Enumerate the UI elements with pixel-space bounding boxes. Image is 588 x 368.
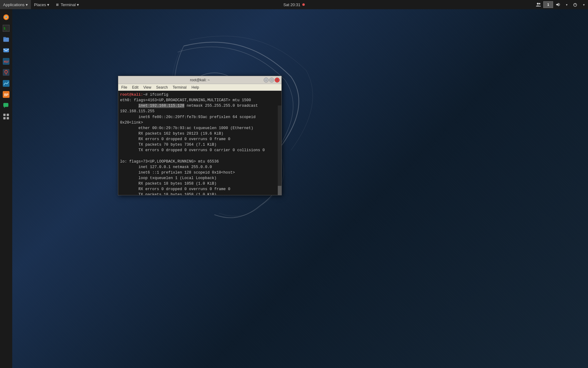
sidebar-icon-wireshark[interactable] xyxy=(1,79,11,88)
terminal-icon-small: 🖥 xyxy=(55,3,59,6)
terminal-body[interactable]: root@kali:~# ifconfig eth0: flags=4163<U… xyxy=(118,91,281,195)
applications-menu[interactable]: Applications ▾ xyxy=(0,0,31,9)
close-button[interactable]: ✕ xyxy=(275,78,280,82)
terminal-line: ether 00:0c:29:7b:93:ac txqueuelen 1000 … xyxy=(120,125,280,131)
top-panel: Applications ▾ Places ▾ 🖥 Terminal ▾ Sat… xyxy=(0,0,588,9)
svg-text:MSF: MSF xyxy=(4,60,9,63)
terminal-label: Terminal xyxy=(61,2,76,7)
terminal-line: inet 192.168.115.128 netmask 255.255.255… xyxy=(120,103,280,114)
window-controls: – □ ✕ xyxy=(264,78,280,82)
menu-view[interactable]: View xyxy=(141,84,153,91)
applications-arrow: ▾ xyxy=(26,2,28,7)
sidebar-icon-burp[interactable]: BP xyxy=(1,90,11,99)
clock-dot xyxy=(302,3,305,6)
power-chevron: ▾ xyxy=(583,3,585,6)
terminal-scrollbar[interactable] xyxy=(278,105,281,195)
terminal-line: root@kali:~# ifconfig xyxy=(120,92,280,98)
terminal-line: inet 127.0.0.1 netmask 255.0.0.0 xyxy=(120,164,280,170)
terminal-line xyxy=(120,153,280,159)
panel-center-clock: Sat 20:31 xyxy=(283,2,305,7)
sidebar-icon-apps[interactable] xyxy=(1,112,11,121)
svg-point-1 xyxy=(539,3,541,5)
terminal-line: eth0: flags=4163<UP,BROADCAST,RUNNING,MU… xyxy=(120,98,280,103)
scrollbar-thumb[interactable] xyxy=(278,186,281,195)
terminal-window: root@kali: ~ – □ ✕ File Edit View Search… xyxy=(118,76,282,195)
menu-search[interactable]: Search xyxy=(154,84,170,91)
sidebar-icon-firefox[interactable] xyxy=(1,12,11,22)
volume-arrow[interactable]: ▾ xyxy=(562,0,571,9)
sidebar-icon-files[interactable] xyxy=(1,34,11,44)
terminal-line: inet6 ::1 prefixlen 128 scopeid 0x10<hos… xyxy=(120,170,280,175)
datetime-text: Sat 20:31 xyxy=(283,2,300,7)
svg-rect-11 xyxy=(3,48,9,52)
svg-rect-10 xyxy=(3,37,6,39)
svg-rect-21 xyxy=(3,103,9,107)
sidebar-icon-armitage[interactable] xyxy=(1,67,11,77)
svg-rect-26 xyxy=(7,117,9,119)
panel-left: Applications ▾ Places ▾ 🖥 Terminal ▾ xyxy=(0,0,82,9)
places-label: Places xyxy=(34,2,46,7)
svg-point-6 xyxy=(5,16,7,18)
terminal-line: TX errors 0 dropped 0 overruns 0 carrier… xyxy=(120,148,280,153)
maximize-button[interactable]: □ xyxy=(269,78,274,82)
power-tray-icon[interactable] xyxy=(571,0,579,9)
terminal-menubar: File Edit View Search Terminal Help xyxy=(118,84,281,91)
sidebar-icon-metasploit[interactable]: MSF xyxy=(1,56,11,66)
svg-text:$_: $_ xyxy=(4,27,8,30)
menu-terminal[interactable]: Terminal xyxy=(171,84,188,91)
menu-edit[interactable]: Edit xyxy=(130,84,140,91)
workspace-number: 1 xyxy=(547,3,549,6)
power-arrow[interactable]: ▾ xyxy=(579,0,588,9)
menu-help[interactable]: Help xyxy=(190,84,201,91)
desktop xyxy=(0,0,588,368)
places-menu[interactable]: Places ▾ xyxy=(31,0,52,9)
sidebar-icon-terminal[interactable]: $_ xyxy=(1,23,11,33)
terminal-line: RX packets 162 bytes 20123 (19.6 KiB) xyxy=(120,131,280,136)
sidebar-icon-chat[interactable] xyxy=(1,101,11,110)
panel-right: 1 ▾ ▾ xyxy=(534,0,588,9)
svg-rect-23 xyxy=(3,114,6,116)
terminal-line: inet6 fe80::20c:29ff:fe7b:93ac prefixlen… xyxy=(120,114,280,125)
terminal-window-title: root@kali: ~ xyxy=(190,78,210,82)
menu-file[interactable]: File xyxy=(119,84,129,91)
terminal-content: root@kali:~# ifconfig eth0: flags=4163<U… xyxy=(120,92,280,195)
svg-rect-25 xyxy=(3,117,6,119)
terminal-line: TX packets 18 bytes 1058 (1.0 KiB) xyxy=(120,192,280,195)
applications-label: Applications xyxy=(3,2,24,7)
users-tray-icon[interactable] xyxy=(534,0,543,9)
terminal-line: lo: flags=73<UP,LOOPBACK,RUNNING> mtu 65… xyxy=(120,159,280,164)
places-arrow: ▾ xyxy=(47,2,49,7)
volume-tray-icon[interactable] xyxy=(554,0,562,9)
sidebar: $_ MSF BP xyxy=(0,9,12,368)
svg-marker-22 xyxy=(4,107,5,108)
svg-rect-24 xyxy=(7,114,9,116)
terminal-line: RX packets 18 bytes 1058 (1.0 KiB) xyxy=(120,181,280,186)
terminal-line: loop txqueuelen 1 (Local Loopback) xyxy=(120,175,280,181)
workspace-switcher[interactable]: 1 xyxy=(543,1,553,8)
terminal-titlebar: root@kali: ~ – □ ✕ xyxy=(118,76,281,84)
terminal-line: RX errors 0 dropped 0 overruns 0 frame 0 xyxy=(120,186,280,192)
terminal-line: RX errors 0 dropped 0 overruns 0 frame 0 xyxy=(120,136,280,142)
sidebar-icon-email[interactable] xyxy=(1,45,11,55)
minimize-button[interactable]: – xyxy=(264,78,269,82)
terminal-menu[interactable]: 🖥 Terminal ▾ xyxy=(52,0,82,9)
terminal-line: TX packets 70 bytes 7364 (7.1 KiB) xyxy=(120,142,280,148)
terminal-arrow: ▾ xyxy=(77,2,79,7)
svg-text:BP: BP xyxy=(4,93,9,97)
volume-chevron: ▾ xyxy=(566,3,567,6)
svg-point-0 xyxy=(537,3,539,5)
